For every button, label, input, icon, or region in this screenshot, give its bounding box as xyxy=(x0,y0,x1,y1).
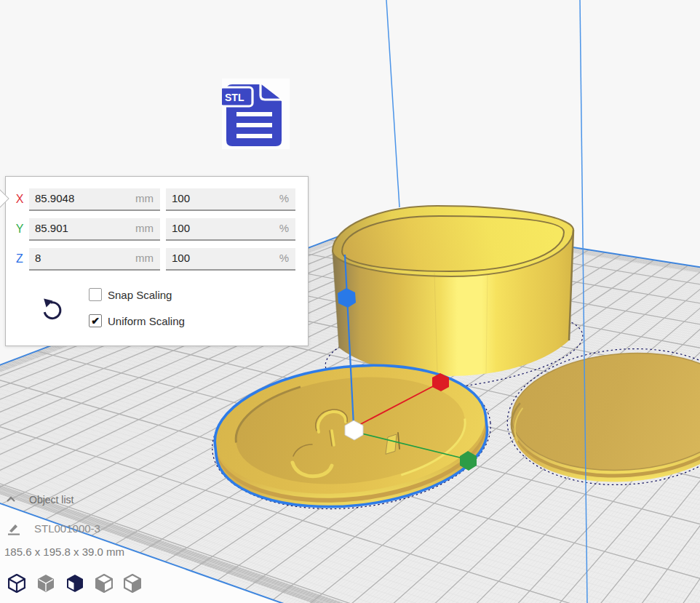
svg-text:STL: STL xyxy=(225,92,244,103)
